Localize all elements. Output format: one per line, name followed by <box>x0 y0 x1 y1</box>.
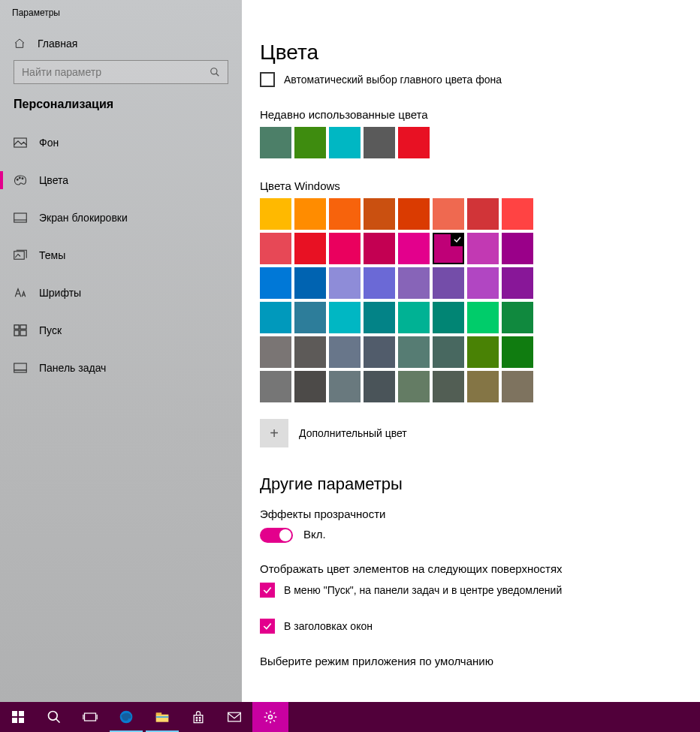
color-swatch[interactable] <box>260 302 291 333</box>
color-swatch[interactable] <box>260 371 291 402</box>
auto-pick-accent[interactable]: Автоматический выбор главного цвета фона <box>260 72 700 87</box>
color-swatch[interactable] <box>398 198 430 230</box>
color-swatch[interactable] <box>398 233 430 264</box>
color-swatch[interactable] <box>294 371 326 402</box>
color-swatch[interactable] <box>502 371 533 402</box>
mail-app[interactable] <box>216 702 252 732</box>
color-swatch[interactable] <box>433 371 464 402</box>
color-swatch[interactable] <box>433 233 464 264</box>
nav-label: Панель задач <box>39 362 106 374</box>
color-swatch[interactable] <box>294 233 326 264</box>
transparency-toggle[interactable] <box>260 528 293 543</box>
color-swatch[interactable] <box>398 336 430 368</box>
color-swatch[interactable] <box>294 198 326 230</box>
color-swatch[interactable] <box>398 267 430 299</box>
svg-point-16 <box>49 712 58 721</box>
color-swatch[interactable] <box>329 127 361 158</box>
color-swatch[interactable] <box>398 371 430 402</box>
color-swatch[interactable] <box>260 267 291 299</box>
svg-point-27 <box>269 715 273 719</box>
explorer-app[interactable] <box>144 702 180 732</box>
color-swatch[interactable] <box>467 198 499 230</box>
nav-themes[interactable]: Темы <box>0 240 242 270</box>
nav-colors[interactable]: Цвета <box>0 165 242 195</box>
task-view-button[interactable] <box>72 702 108 732</box>
nav-lockscreen[interactable]: Экран блокировки <box>0 203 242 233</box>
color-swatch[interactable] <box>433 336 464 368</box>
nav-label: Шрифты <box>39 287 81 299</box>
color-swatch[interactable] <box>398 127 430 158</box>
nav-start[interactable]: Пуск <box>0 315 242 345</box>
custom-color-label: Дополнительный цвет <box>299 427 407 439</box>
color-swatch[interactable] <box>398 302 430 333</box>
home-nav[interactable]: Главная <box>0 32 242 60</box>
color-swatch[interactable] <box>467 302 499 333</box>
toggle-state: Вкл. <box>303 528 326 541</box>
nav-label: Темы <box>39 249 65 261</box>
svg-rect-13 <box>19 711 24 716</box>
color-swatch[interactable] <box>364 233 395 264</box>
windows-colors-title: Цвета Windows <box>260 179 700 192</box>
color-swatch[interactable] <box>260 127 291 158</box>
palette-icon <box>14 174 27 186</box>
color-swatch[interactable] <box>294 267 326 299</box>
svg-point-3 <box>19 177 20 179</box>
custom-color-button[interactable]: + Дополнительный цвет <box>260 419 700 447</box>
color-swatch[interactable] <box>329 267 361 299</box>
color-swatch[interactable] <box>364 371 395 402</box>
color-swatch[interactable] <box>364 198 395 230</box>
sidebar: Параметры Главная Персонализация Фон Цве… <box>0 0 242 702</box>
svg-rect-24 <box>196 719 198 721</box>
color-swatch[interactable] <box>433 198 464 230</box>
search-button[interactable] <box>36 702 72 732</box>
svg-rect-5 <box>14 213 27 222</box>
color-swatch[interactable] <box>260 336 291 368</box>
color-swatch[interactable] <box>329 336 361 368</box>
color-swatch[interactable] <box>294 302 326 333</box>
color-swatch[interactable] <box>502 198 533 230</box>
nav-taskbar[interactable]: Панель задач <box>0 353 242 383</box>
color-swatch[interactable] <box>502 233 533 264</box>
color-swatch[interactable] <box>364 302 395 333</box>
color-swatch[interactable] <box>329 302 361 333</box>
surface-start-taskbar[interactable]: В меню "Пуск", на панели задач и в центр… <box>260 583 700 598</box>
color-swatch[interactable] <box>364 127 395 158</box>
transparency-label: Эффекты прозрачности <box>260 508 700 520</box>
color-swatch[interactable] <box>433 302 464 333</box>
start-button[interactable] <box>0 702 36 732</box>
color-swatch[interactable] <box>329 233 361 264</box>
search-input[interactable] <box>14 60 228 84</box>
plus-icon: + <box>260 419 288 447</box>
color-swatch[interactable] <box>329 198 361 230</box>
edge-app[interactable] <box>108 702 144 732</box>
nav-fonts[interactable]: Шрифты <box>0 278 242 308</box>
taskbar-icon <box>14 362 27 374</box>
svg-rect-7 <box>14 325 19 329</box>
settings-app[interactable] <box>252 702 288 732</box>
color-swatch[interactable] <box>502 302 533 333</box>
nav-label: Пуск <box>39 324 62 336</box>
color-swatch[interactable] <box>502 267 533 299</box>
color-swatch[interactable] <box>467 336 499 368</box>
color-swatch[interactable] <box>294 127 326 158</box>
search-field[interactable] <box>22 66 201 78</box>
color-swatch[interactable] <box>467 267 499 299</box>
color-swatch[interactable] <box>502 336 533 368</box>
app-mode-label: Выберите режим приложения по умолчанию <box>260 655 700 667</box>
color-swatch[interactable] <box>467 371 499 402</box>
color-swatch[interactable] <box>260 198 291 230</box>
color-swatch[interactable] <box>364 336 395 368</box>
color-swatch[interactable] <box>329 371 361 402</box>
color-swatch[interactable] <box>467 233 499 264</box>
store-app[interactable] <box>180 702 216 732</box>
nav-background[interactable]: Фон <box>0 128 242 158</box>
color-swatch[interactable] <box>294 336 326 368</box>
svg-rect-20 <box>156 712 162 715</box>
color-swatch[interactable] <box>260 233 291 264</box>
color-swatch[interactable] <box>433 267 464 299</box>
surface-opt2-label: В заголовках окон <box>284 620 373 632</box>
color-swatch[interactable] <box>364 267 395 299</box>
svg-rect-23 <box>199 717 201 719</box>
svg-rect-26 <box>228 712 241 721</box>
surface-titlebars[interactable]: В заголовках окон <box>260 619 700 634</box>
